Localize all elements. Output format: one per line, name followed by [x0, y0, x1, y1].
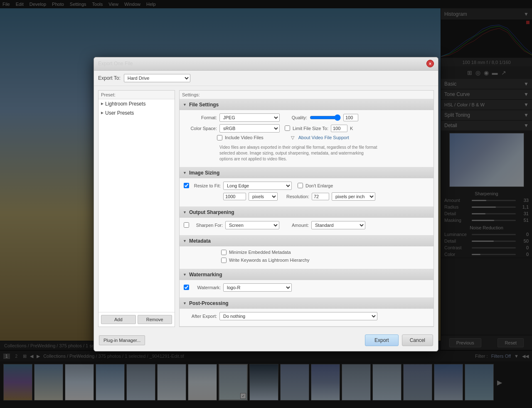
footer-right: Export Cancel	[365, 334, 433, 346]
resolution-label: Resolution:	[280, 194, 309, 199]
watermarking-header[interactable]: ▼ Watermarking	[180, 269, 433, 280]
limit-file-size-label: Limit File Size To:	[293, 126, 328, 131]
format-select[interactable]: JPEG	[219, 113, 280, 122]
image-sizing-title: Image Sizing	[189, 170, 219, 176]
dialog-title-bar: Export One File ×	[94, 57, 438, 71]
about-video-divider: ▽	[291, 135, 294, 140]
preset-lightroom[interactable]: ▶ Lightroom Presets	[99, 99, 175, 108]
file-settings-section: ▼ File Settings Format: JPEG Quality:	[180, 99, 433, 167]
resize-to-fit-checkbox[interactable]	[184, 183, 189, 188]
watermark-select[interactable]: logo-R	[223, 283, 292, 292]
settings-scrollable[interactable]: ▼ File Settings Format: JPEG Quality:	[180, 99, 433, 327]
image-sizing-section: ▼ Image Sizing Resize to Fit: Long Edge	[180, 167, 433, 207]
presets-list: ▶ Lightroom Presets ▶ User Presets	[99, 99, 175, 312]
after-export-row: After Export: Do nothing	[184, 312, 429, 320]
watermarking-section: ▼ Watermarking Watermark: logo-R	[180, 269, 433, 298]
image-sizing-header[interactable]: ▼ Image Sizing	[180, 167, 433, 178]
quality-slider[interactable]	[310, 114, 341, 121]
sharpen-for-row: Sharpen For: Screen Amount: Standard	[184, 221, 429, 229]
export-button[interactable]: Export	[365, 334, 399, 346]
resize-to-fit-label: Resize to Fit:	[192, 183, 221, 188]
image-sizing-content: Resize to Fit: Long Edge Don't Enlarge	[180, 178, 433, 206]
export-to-row: Export To: Hard Drive	[94, 71, 438, 86]
minimize-metadata-row: Minimize Embedded Metadata	[221, 250, 429, 255]
after-export-select[interactable]: Do nothing	[219, 312, 377, 320]
resolution-unit-select[interactable]: pixels per inch	[332, 192, 375, 201]
limit-file-size-value[interactable]	[331, 125, 347, 132]
watermarking-content: Watermark: logo-R	[180, 280, 433, 297]
cancel-button[interactable]: Cancel	[402, 334, 433, 346]
output-sharpening-title: Output Sharpening	[189, 209, 234, 215]
output-sharpening-header[interactable]: ▼ Output Sharpening	[180, 207, 433, 218]
watermark-label: Watermark:	[192, 285, 221, 290]
settings-label: Settings:	[180, 91, 433, 99]
width-input[interactable]	[223, 193, 246, 200]
metadata-content: Minimize Embedded Metadata Write Keyword…	[180, 246, 433, 269]
color-space-select[interactable]: sRGB	[219, 124, 280, 133]
video-info-text: Video files are always exported in their…	[219, 143, 377, 164]
file-settings-header[interactable]: ▼ File Settings	[180, 99, 433, 110]
export-to-label: Export To:	[98, 75, 121, 81]
modal-overlay: Export One File × Export To: Hard Drive …	[0, 0, 532, 408]
include-video-row: Include Video Files ▽ About Video File S…	[217, 135, 429, 140]
sharpen-for-select[interactable]: Screen	[225, 221, 279, 229]
amount-label: Amount:	[286, 223, 309, 228]
add-preset-button[interactable]: Add	[101, 315, 136, 324]
export-to-select[interactable]: Hard Drive	[124, 74, 190, 82]
plugin-manager-button[interactable]: Plug-in Manager...	[99, 335, 145, 345]
metadata-arrow: ▼	[183, 239, 187, 243]
include-video-checkbox[interactable]	[217, 135, 222, 140]
remove-preset-button[interactable]: Remove	[138, 315, 172, 324]
format-row: Format: JPEG Quality:	[184, 113, 429, 122]
post-processing-header[interactable]: ▼ Post-Processing	[180, 298, 433, 309]
dialog-footer: Plug-in Manager... Export Cancel	[94, 331, 438, 348]
metadata-title: Metadata	[189, 238, 211, 244]
settings-panel: Settings: ▼ File Settings Format: J	[179, 90, 434, 327]
file-settings-arrow: ▼	[183, 103, 187, 107]
output-sharpening-section: ▼ Output Sharpening Sharpen For: Screen …	[180, 207, 433, 236]
dialog-body: Preset: ▶ Lightroom Presets ▶ User Prese…	[94, 86, 438, 331]
file-settings-content: Format: JPEG Quality: Color Space:	[180, 110, 433, 167]
preset-user[interactable]: ▶ User Presets	[99, 108, 175, 118]
resize-to-fit-select[interactable]: Long Edge	[223, 182, 292, 190]
footer-left: Plug-in Manager...	[99, 335, 145, 345]
quality-label: Quality:	[282, 115, 307, 120]
write-keywords-label: Write Keywords as Lightroom Hierarchy	[229, 258, 310, 263]
preset-lightroom-label: Lightroom Presets	[105, 101, 145, 107]
export-dialog: Export One File × Export To: Hard Drive …	[94, 57, 438, 351]
sharpen-for-checkbox[interactable]	[184, 222, 189, 228]
color-space-row: Color Space: sRGB Limit File Size To: K	[184, 124, 429, 133]
post-processing-arrow: ▼	[183, 301, 187, 305]
unit-select[interactable]: pixels	[249, 192, 278, 201]
color-space-label: Color Space:	[184, 126, 217, 131]
dont-enlarge-label: Don't Enlarge	[305, 183, 333, 188]
sharpen-for-label: Sharpen For:	[192, 223, 223, 228]
resize-row: Resize to Fit: Long Edge Don't Enlarge	[184, 182, 429, 190]
output-sharpening-arrow: ▼	[183, 210, 187, 214]
watermark-checkbox[interactable]	[184, 285, 189, 290]
close-button[interactable]: ×	[426, 60, 434, 67]
image-sizing-arrow: ▼	[183, 171, 187, 175]
dont-enlarge-checkbox[interactable]	[298, 183, 303, 188]
post-processing-section: ▼ Post-Processing After Export: Do nothi…	[180, 298, 433, 327]
limit-file-size-unit: K	[350, 126, 353, 131]
about-video-label[interactable]: About Video File Support	[298, 135, 349, 140]
quality-value[interactable]	[343, 114, 358, 121]
metadata-header[interactable]: ▼ Metadata	[180, 236, 433, 246]
watermarking-title: Watermarking	[189, 272, 222, 278]
after-export-label: After Export:	[184, 314, 217, 319]
dialog-title: Export One File	[98, 61, 133, 66]
minimize-metadata-label: Minimize Embedded Metadata	[229, 250, 291, 255]
minimize-metadata-checkbox[interactable]	[221, 250, 227, 255]
resolution-input[interactable]	[312, 193, 329, 200]
amount-select[interactable]: Standard	[311, 221, 365, 229]
presets-actions: Add Remove	[99, 312, 175, 327]
write-keywords-checkbox[interactable]	[221, 258, 227, 263]
output-sharpening-content: Sharpen For: Screen Amount: Standard	[180, 218, 433, 235]
format-label: Format:	[184, 115, 217, 120]
file-settings-title: File Settings	[189, 102, 219, 108]
limit-file-size-checkbox[interactable]	[285, 125, 290, 131]
post-processing-title: Post-Processing	[189, 300, 229, 306]
watermark-row: Watermark: logo-R	[184, 283, 429, 292]
include-video-label: Include Video Files	[225, 135, 264, 140]
